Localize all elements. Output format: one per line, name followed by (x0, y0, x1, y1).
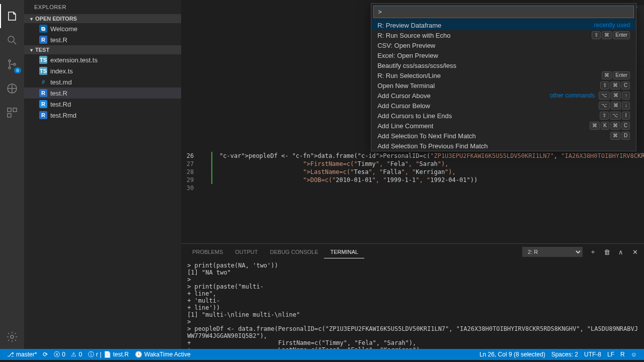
keybinding: ⌘Enter (602, 71, 630, 79)
command-palette-item[interactable]: R: Preview Dataframerecently used (371, 20, 636, 30)
command-label: R: Run Source with Echo (377, 32, 450, 39)
svg-rect-7 (8, 114, 11, 117)
command-palette-item[interactable]: Open New Terminal⇧⌘C (371, 80, 636, 90)
debug-icon[interactable] (0, 76, 24, 101)
file-item[interactable]: Rtest.R (24, 87, 181, 99)
eol[interactable]: LF (604, 351, 617, 358)
open-editor-item[interactable]: Rtest.R (24, 34, 181, 45)
panel-tab-debug-console[interactable]: DEBUG CONSOLE (264, 246, 325, 258)
workspace-header[interactable]: ▾ TEST (24, 45, 181, 54)
command-palette-item[interactable]: R: Run Source with Echo⇧⌘Enter (371, 30, 636, 40)
ts-file-icon: TS (39, 56, 47, 64)
file-label: test.Rd (50, 101, 71, 108)
ts-file-icon: TS (39, 67, 47, 75)
search-icon[interactable] (0, 28, 24, 52)
command-hint: other commands (550, 92, 595, 99)
file-label: test.md (50, 78, 72, 86)
rd-file-icon: R (39, 100, 47, 108)
extensions-icon[interactable] (0, 101, 24, 125)
source-control-icon[interactable]: 6 (0, 52, 24, 76)
keybinding: ⌥⌘↓ (599, 102, 630, 110)
settings-gear-icon[interactable] (0, 325, 24, 349)
r-file-icon: R (39, 111, 47, 119)
sync-button[interactable]: ⟳ (40, 351, 51, 358)
open-editor-item[interactable]: ⧉Welcome (24, 23, 181, 34)
file-item[interactable]: Rtest.Rd (24, 99, 181, 110)
file-item[interactable]: TSextension.test.ts (24, 54, 181, 65)
command-palette-item[interactable]: Beautify css/sass/scss/less (371, 60, 636, 70)
kill-terminal-icon[interactable]: 🗑 (603, 248, 611, 256)
language-mode[interactable]: R (617, 351, 628, 358)
panel-tab-output[interactable]: OUTPUT (229, 246, 264, 258)
command-label: Excel: Open Preview (377, 52, 438, 59)
command-label: Add Cursor Above (377, 92, 431, 100)
command-palette: R: Preview Dataframerecently usedR: Run … (371, 3, 636, 151)
branch-indicator[interactable]: ⎇master* (4, 351, 40, 358)
command-label: Beautify css/sass/scss/less (377, 62, 456, 69)
open-editors-header[interactable]: ▾ OPEN EDITORS (24, 14, 181, 23)
scm-badge: 6 (14, 67, 21, 73)
file-label: test.R (50, 36, 67, 44)
command-palette-item[interactable]: CSV: Open Preview (371, 40, 636, 50)
file-item[interactable]: Rtest.Rmd (24, 110, 181, 121)
file-label: Welcome (50, 25, 77, 33)
terminal-selector[interactable]: 2: R (522, 247, 583, 257)
explorer-icon[interactable] (0, 4, 24, 28)
bottom-panel: PROBLEMSOUTPUTDEBUG CONSOLETERMINAL 2: R… (181, 243, 644, 349)
vscode-icon: ⧉ (39, 25, 47, 33)
feedback-icon[interactable]: ☺ (628, 351, 640, 358)
new-terminal-icon[interactable]: ＋ (589, 248, 597, 256)
svg-point-1 (9, 60, 11, 62)
command-palette-item[interactable]: Excel: Open Preview (371, 50, 636, 60)
command-palette-item[interactable]: Add Cursors to Line Ends⇧⌥I (371, 111, 636, 121)
command-label: R: Preview Dataframe (377, 22, 441, 29)
svg-point-8 (11, 335, 14, 338)
command-label: Open New Terminal (377, 82, 435, 89)
file-label: test.R (50, 89, 67, 97)
command-palette-item[interactable]: Add Cursor Aboveother commands⌥⌘↑ (371, 90, 636, 101)
command-label: Add Selection To Next Find Match (377, 132, 476, 140)
editor-group: ⋯ 2627282930 "c-var">peopleDf <- "c-fn">… (181, 0, 644, 349)
keybinding: ⌥⌘↑ (599, 92, 630, 100)
command-palette-item[interactable]: Add Cursor Below⌥⌘↓ (371, 101, 636, 111)
command-palette-item[interactable]: Add Line Comment⌘K⌘C (371, 121, 636, 131)
command-palette-input[interactable] (373, 6, 634, 18)
wakatime-status[interactable]: 🕓WakaTime Active (132, 351, 194, 358)
keybinding: ⇧⌘C (600, 81, 630, 89)
keybinding: ⇧⌘Enter (592, 31, 630, 39)
status-bar: ⎇master* ⟳ ⓧ0 ⚠0 ⓘr | 📄test.R 🕓WakaTime … (0, 349, 644, 360)
code-content[interactable]: "c-var">peopleDf <- "c-fn">data.frame("c… (211, 152, 644, 184)
file-label: index.ts (50, 67, 73, 75)
indentation[interactable]: Spaces: 2 (548, 351, 581, 358)
command-label: R: Run Selection/Line (377, 72, 441, 79)
close-panel-icon[interactable]: ✕ (631, 248, 639, 256)
cursor-position[interactable]: Ln 26, Col 9 (8 selected) (476, 351, 548, 358)
gutter: 2627282930 (181, 0, 203, 192)
file-item[interactable]: #test.md (24, 76, 181, 87)
chevron-down-icon: ▾ (28, 47, 34, 53)
explorer-sidebar: EXPLORER ▾ OPEN EDITORS ⧉WelcomeRtest.R … (24, 0, 181, 349)
command-palette-item[interactable]: Add Selection To Next Find Match⌘D (371, 131, 636, 141)
explorer-title: EXPLORER (24, 0, 181, 14)
command-label: CSV: Open Preview (377, 42, 435, 49)
r-file-icon: R (39, 89, 47, 97)
maximize-panel-icon[interactable]: ∧ (617, 248, 625, 256)
svg-rect-5 (8, 108, 11, 112)
svg-point-3 (14, 63, 16, 65)
panel-tab-problems[interactable]: PROBLEMS (186, 246, 229, 258)
problems-indicator[interactable]: ⓧ0 ⚠0 (51, 350, 85, 359)
command-palette-item[interactable]: R: Run Selection/Line⌘Enter (371, 70, 636, 80)
svg-point-0 (8, 36, 14, 42)
command-label: Add Cursor Below (377, 102, 430, 110)
file-item[interactable]: TSindex.ts (24, 65, 181, 76)
chevron-down-icon: ▾ (28, 16, 34, 22)
terminal-output[interactable]: > print(paste(NA, 'two')) [1] "NA two" >… (181, 260, 644, 349)
encoding[interactable]: UTF-8 (581, 351, 604, 358)
file-label: extension.test.ts (50, 56, 98, 64)
activity-bar: 6 (0, 0, 24, 349)
command-label: Add Line Comment (377, 122, 433, 130)
r-file-icon: R (39, 36, 47, 44)
command-palette-item[interactable]: Add Selection To Previous Find Match (371, 141, 636, 151)
r-status[interactable]: ⓘr | 📄test.R (85, 350, 132, 359)
panel-tab-terminal[interactable]: TERMINAL (324, 246, 364, 258)
